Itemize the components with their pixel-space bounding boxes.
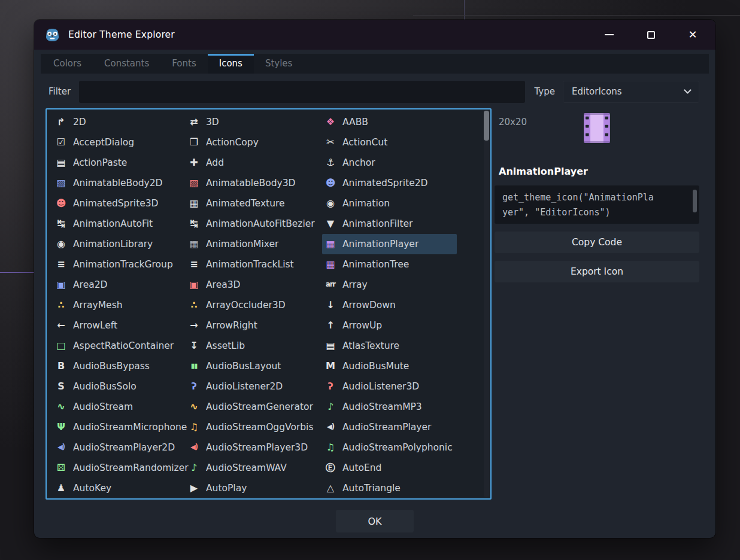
icon-list-item[interactable]: ✚Add — [186, 153, 322, 173]
assetlib-icon: ↧ — [188, 341, 200, 351]
type-dropdown[interactable]: EditorIcons — [563, 81, 699, 103]
icon-list-item[interactable]: →ArrowRight — [186, 315, 322, 336]
maximize-button[interactable] — [642, 26, 659, 43]
icon-list-item[interactable]: ⚓Anchor — [322, 153, 481, 173]
icon-list-item[interactable]: ▦AnimationPlayer — [322, 234, 457, 254]
icon-list-item[interactable]: ▤ActionPaste — [53, 153, 186, 173]
icon-list-item[interactable]: ▮▮AudioBusLayout — [186, 356, 322, 376]
close-button[interactable]: ✕ — [684, 26, 701, 43]
icon-list-item[interactable]: ↹AnimationAutoFitBezier — [186, 214, 322, 234]
icon-list-item[interactable]: ▣Area3D — [186, 275, 322, 295]
icon-list-item[interactable]: ☑AcceptDialog — [53, 132, 186, 153]
icon-list-item[interactable]: ❖AABB — [322, 112, 481, 132]
audiostreamplayer2d-icon: ◀) — [55, 444, 67, 451]
icon-list-item[interactable]: ✂ActionCut — [322, 132, 481, 153]
tab-constants[interactable]: Constants — [93, 54, 160, 74]
icon-list-item[interactable]: ∴ArrayMesh — [53, 295, 186, 315]
icon-list-item-label: ArrowLeft — [73, 320, 117, 331]
icon-list-item[interactable]: ↑ArrowUp — [322, 315, 481, 336]
ok-button[interactable]: OK — [336, 510, 414, 532]
icon-list-item[interactable]: ◀)AudioStreamPlayer2D — [53, 437, 186, 458]
icon-list-item[interactable]: ▶AutoPlay — [186, 478, 322, 498]
icon-list-item[interactable]: ♫AudioStreamPolyphonic — [322, 437, 481, 458]
audiostreamrandomizer-icon: ⚄ — [55, 463, 67, 473]
animatablebody3d-icon: ▨ — [188, 178, 200, 188]
icon-list-item[interactable]: △AutoTriangle — [322, 478, 481, 498]
icon-list-item[interactable]: ↓ArrowDown — [322, 295, 481, 315]
icon-list-item[interactable]: ⇄3D — [186, 112, 322, 132]
icon-list-item[interactable]: ☻AnimatedSprite3D — [53, 193, 186, 214]
icon-list-item[interactable]: ΨAudioStreamMicrophone — [53, 417, 186, 437]
icon-list-item-label: AABB — [342, 117, 368, 127]
icon-list-item[interactable]: ▨AnimatableBody3D — [186, 173, 322, 193]
icon-list-item[interactable]: ◉Animation — [322, 193, 481, 214]
autokey-icon: ♟ — [55, 483, 67, 493]
tab-icons[interactable]: Icons — [208, 54, 254, 74]
export-icon-button[interactable]: Export Icon — [495, 261, 699, 282]
code-snippet-box[interactable]: get_theme_icon("AnimationPlayer", "Edito… — [495, 185, 699, 224]
code-scrollbar-thumb[interactable] — [693, 190, 697, 212]
autoplay-icon: ▶ — [188, 483, 200, 493]
preview-area: 20x20 — [495, 108, 699, 161]
icon-list-item-label: ActionCut — [342, 137, 387, 148]
audiostreammp3-icon: ♪ — [324, 402, 336, 412]
icon-list-item[interactable]: ▦AnimatedTexture — [186, 193, 322, 214]
icon-list-item[interactable]: ▦AnimationMixer — [186, 234, 322, 254]
icon-list-item[interactable]: ʔAudioListener3D — [322, 376, 481, 397]
minimize-button[interactable] — [601, 26, 617, 43]
icon-list-item[interactable]: ʔAudioListener2D — [186, 376, 322, 397]
icon-list-item[interactable]: ❐ActionCopy — [186, 132, 322, 153]
icon-list-item[interactable]: ↱2D — [53, 112, 186, 132]
list-scrollbar-thumb[interactable] — [484, 111, 489, 141]
icon-list-item[interactable]: ∿AudioStreamGenerator — [186, 397, 322, 417]
icon-list-item[interactable]: ▼AnimationFilter — [322, 214, 481, 234]
icon-list-item[interactable]: ≡AnimationTrackGroup — [53, 254, 186, 275]
icon-list-item[interactable]: ☻AnimatedSprite2D — [322, 173, 481, 193]
icon-list-item[interactable]: MAudioBusMute — [322, 356, 481, 376]
icon-list-item[interactable]: ◀)AudioStreamPlayer3D — [186, 437, 322, 458]
icon-list-item[interactable]: ♪AudioStreamMP3 — [322, 397, 481, 417]
audiobuslayout-icon: ▮▮ — [188, 363, 200, 370]
autotriangle-icon: △ — [324, 483, 336, 493]
arrowright-icon: → — [188, 321, 200, 330]
icon-list-item[interactable]: ∿AudioStream — [53, 397, 186, 417]
title-bar[interactable]: Editor Theme Explorer ✕ — [34, 20, 715, 50]
icon-list-item[interactable]: ◉AnimationLibrary — [53, 234, 186, 254]
icon-list-item[interactable]: ≡AnimationTrackList — [186, 254, 322, 275]
icon-list-item-label: AutoTriangle — [342, 483, 401, 494]
icon-list-item-label: AudioStreamPlayer — [342, 422, 431, 433]
icon-list-item[interactable]: ⒺAutoEnd — [322, 458, 481, 478]
icon-list-item[interactable]: BAudioBusBypass — [53, 356, 186, 376]
icon-list-item[interactable]: ♪AudioStreamWAV — [186, 458, 322, 478]
icon-list-item[interactable]: ▤AtlasTexture — [322, 336, 481, 356]
icon-list-item-label: AssetLib — [206, 340, 245, 351]
icon-list-item[interactable]: ↹AnimationAutoFit — [53, 214, 186, 234]
icon-list-item-label: Area3D — [206, 279, 240, 290]
icon-list-item[interactable]: ▣Area2D — [53, 275, 186, 295]
tab-bar: ColorsConstantsFontsIconsStyles — [41, 54, 709, 74]
icon-list-item-label: AudioListener3D — [342, 381, 419, 392]
area2d-icon: ▣ — [55, 280, 67, 290]
tab-styles[interactable]: Styles — [254, 54, 304, 74]
icon-list-item[interactable]: □AspectRatioContainer — [53, 336, 186, 356]
icon-list-item[interactable]: ∴ArrayOccluder3D — [186, 295, 322, 315]
actioncut-icon: ✂ — [324, 138, 336, 147]
icon-list-item[interactable]: ←ArrowLeft — [53, 315, 186, 336]
icon-list-item[interactable]: arrArray — [322, 275, 481, 295]
icon-list-item[interactable]: ♫AudioStreamOggVorbis — [186, 417, 322, 437]
icon-list-item-label: AutoPlay — [206, 483, 247, 494]
icon-list-item[interactable]: ↧AssetLib — [186, 336, 322, 356]
filter-input[interactable] — [79, 81, 524, 103]
tab-colors[interactable]: Colors — [42, 54, 93, 74]
icon-list-item-label: ArrowUp — [342, 320, 382, 331]
icon-list-item[interactable]: SAudioBusSolo — [53, 376, 186, 397]
icon-list-item[interactable]: ♟AutoKey — [53, 478, 186, 498]
icon-list-item[interactable]: ▦AnimationTree — [322, 254, 481, 275]
tab-fonts[interactable]: Fonts — [160, 54, 207, 74]
icon-list-item[interactable]: ▨AnimatableBody2D — [53, 173, 186, 193]
icon-list-item[interactable]: ◀)AudioStreamPlayer — [322, 417, 481, 437]
copy-code-button[interactable]: Copy Code — [495, 232, 699, 253]
icon-list-item[interactable]: ⚄AudioStreamRandomizer — [53, 458, 186, 478]
animationplayer-preview-icon — [580, 111, 614, 145]
array-icon: arr — [324, 281, 336, 288]
